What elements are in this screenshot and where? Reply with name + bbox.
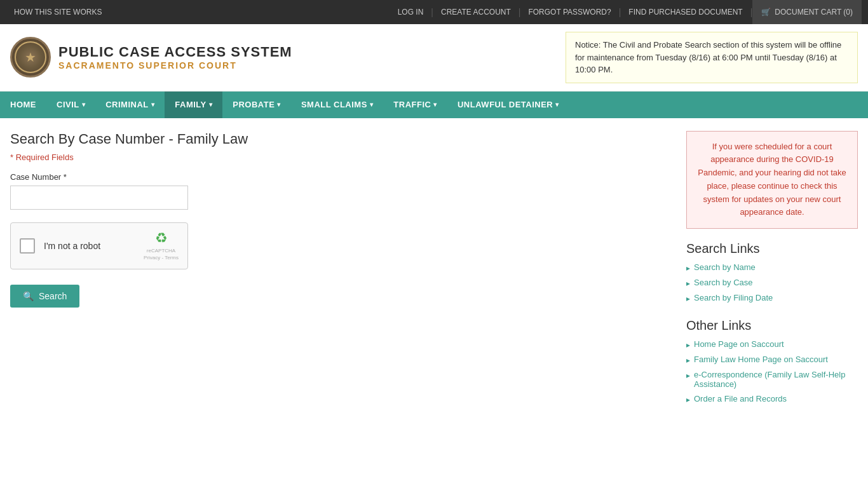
family-arrow: ▾ <box>209 101 213 108</box>
home-page-saccourt-item: ▸ Home Page on Saccourt <box>686 339 858 349</box>
criminal-arrow: ▾ <box>151 101 155 108</box>
family-law-home-link[interactable]: Family Law Home Page on Saccourt <box>694 355 828 364</box>
arrow-icon-e-correspondence: ▸ <box>686 371 690 380</box>
nav-home[interactable]: HOME <box>0 92 46 118</box>
court-seal: ★ <box>10 37 51 78</box>
search-by-name-item: ▸ Search by Name <box>686 262 858 273</box>
login-link[interactable]: LOG IN <box>390 0 431 24</box>
nav-traffic[interactable]: TRAFFIC ▾ <box>383 92 447 118</box>
maintenance-notice: Notice: The Civil and Probate Search sec… <box>566 32 858 83</box>
nav-family[interactable]: FAMILY ▾ <box>165 92 222 118</box>
content-wrapper: Search By Case Number - Family Law * Req… <box>0 118 868 423</box>
cart-label: DOCUMENT CART (0) <box>775 0 853 24</box>
other-links-section: Other Links ▸ Home Page on Saccourt ▸ Fa… <box>686 318 858 404</box>
top-bar: HOW THIS SITE WORKS LOG IN | CREATE ACCO… <box>0 0 868 24</box>
search-links-title: Search Links <box>686 241 858 256</box>
create-account-link[interactable]: CREATE ACCOUNT <box>433 0 519 24</box>
find-purchased-link[interactable]: FIND PURCHASED DOCUMENT <box>621 0 750 24</box>
small-claims-arrow: ▾ <box>370 101 374 108</box>
site-title-block: PUBLIC CASE ACCESS SYSTEM SACRAMENTO SUP… <box>58 44 292 71</box>
captcha-logo: ♻ reCAPTCHAPrivacy - Terms <box>144 230 179 261</box>
search-by-filing-date-link[interactable]: Search by Filing Date <box>694 293 773 302</box>
cart-icon: 🛒 <box>761 0 771 24</box>
order-file-records-item: ▸ Order a File and Records <box>686 394 858 404</box>
case-number-label: Case Number * <box>10 172 671 182</box>
captcha-brand-text: reCAPTCHAPrivacy - Terms <box>144 248 179 261</box>
header: ★ PUBLIC CASE ACCESS SYSTEM SACRAMENTO S… <box>0 24 868 92</box>
other-links-title: Other Links <box>686 318 858 333</box>
nav-probate[interactable]: PROBATE ▾ <box>222 92 291 118</box>
probate-arrow: ▾ <box>277 101 281 108</box>
search-by-name-link[interactable]: Search by Name <box>694 262 756 272</box>
e-correspondence-item: ▸ e-Correspondence (Family Law Self-Help… <box>686 370 858 389</box>
search-by-case-link[interactable]: Search by Case <box>694 278 753 287</box>
arrow-icon-search-filing: ▸ <box>686 294 690 303</box>
arrow-icon-family-law-home: ▸ <box>686 356 690 365</box>
civil-arrow: ▾ <box>82 101 86 108</box>
site-subtitle: SACRAMENTO SUPERIOR COURT <box>58 60 292 71</box>
search-button-label: Search <box>39 291 67 301</box>
search-links-section: Search Links ▸ Search by Name ▸ Search b… <box>686 241 858 303</box>
top-bar-left: HOW THIS SITE WORKS <box>6 0 109 24</box>
required-note: * Required Fields <box>10 152 671 162</box>
seal-inner: ★ <box>15 41 46 73</box>
main-nav: HOME CIVIL ▾ CRIMINAL ▾ FAMILY ▾ PROBATE… <box>0 92 868 118</box>
nav-civil[interactable]: CIVIL ▾ <box>46 92 95 118</box>
search-icon: 🔍 <box>23 291 34 301</box>
case-number-input[interactable] <box>10 186 188 210</box>
search-by-filing-item: ▸ Search by Filing Date <box>686 293 858 303</box>
captcha-widget: I'm not a robot ♻ reCAPTCHAPrivacy - Ter… <box>10 222 188 269</box>
covid-notice: If you were scheduled for a court appear… <box>686 131 858 229</box>
arrow-icon-home-saccourt: ▸ <box>686 341 690 349</box>
order-file-records-link[interactable]: Order a File and Records <box>694 394 787 403</box>
forgot-password-link[interactable]: FORGOT PASSWORD? <box>520 0 618 24</box>
e-correspondence-link[interactable]: e-Correspondence (Family Law Self-Help A… <box>694 370 858 389</box>
arrow-icon-order-file: ▸ <box>686 395 690 404</box>
family-law-home-item: ▸ Family Law Home Page on Saccourt <box>686 355 858 365</box>
main-content: Search By Case Number - Family Law * Req… <box>10 131 671 410</box>
recaptcha-icon: ♻ <box>155 230 168 247</box>
nav-small-claims[interactable]: SMALL CLAIMS ▾ <box>291 92 383 118</box>
site-title: PUBLIC CASE ACCESS SYSTEM <box>58 44 292 60</box>
logo-area: ★ PUBLIC CASE ACCESS SYSTEM SACRAMENTO S… <box>10 37 566 78</box>
arrow-icon-search-case: ▸ <box>686 279 690 288</box>
page-title: Search By Case Number - Family Law <box>10 131 671 147</box>
captcha-checkbox[interactable] <box>20 238 35 254</box>
unlawful-detainer-arrow: ▾ <box>555 101 559 108</box>
sidebar: If you were scheduled for a court appear… <box>686 131 858 410</box>
arrow-icon-search-name: ▸ <box>686 264 690 273</box>
document-cart-button[interactable]: 🛒 DOCUMENT CART (0) <box>752 0 862 24</box>
seal-icon: ★ <box>25 50 36 65</box>
traffic-arrow: ▾ <box>433 101 437 108</box>
notice-text: Notice: The Civil and Probate Search sec… <box>575 40 841 74</box>
search-by-case-item: ▸ Search by Case <box>686 278 858 288</box>
captcha-label: I'm not a robot <box>44 241 135 251</box>
how-site-works-link[interactable]: HOW THIS SITE WORKS <box>6 0 109 24</box>
search-button[interactable]: 🔍 Search <box>10 285 79 308</box>
home-page-saccourt-link[interactable]: Home Page on Saccourt <box>694 339 784 349</box>
nav-criminal[interactable]: CRIMINAL ▾ <box>95 92 165 118</box>
top-bar-right: LOG IN | CREATE ACCOUNT | FORGOT PASSWOR… <box>390 0 862 24</box>
nav-unlawful-detainer[interactable]: UNLAWFUL DETAINER ▾ <box>447 92 569 118</box>
